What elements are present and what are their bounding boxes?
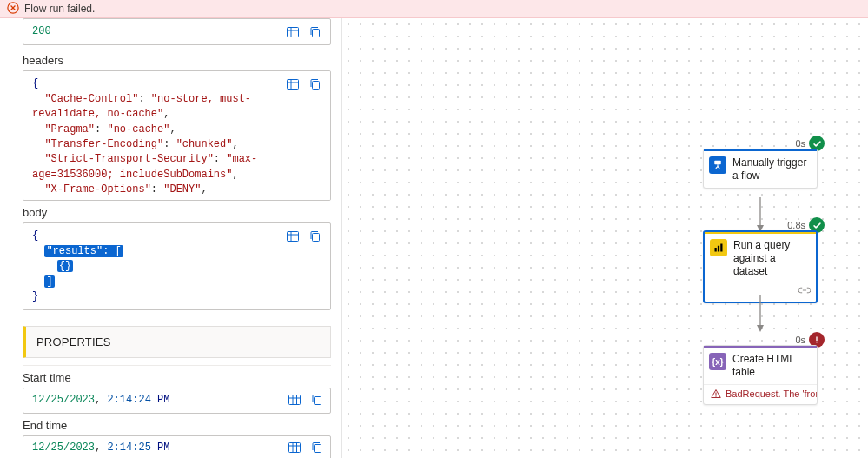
svg-rect-23 <box>289 443 301 453</box>
svg-rect-35 <box>715 248 717 252</box>
svg-rect-17 <box>313 234 320 242</box>
hdr-xfo: DENY <box>169 183 195 196</box>
connector-arrow-icon <box>753 197 767 234</box>
flow-step-query[interactable]: 0.8s Run a query against a dataset <box>703 230 818 303</box>
copy-icon[interactable] <box>308 229 323 244</box>
svg-rect-13 <box>288 232 299 242</box>
error-banner: Flow run failed. <box>0 0 868 18</box>
svg-rect-37 <box>720 244 722 252</box>
copy-icon[interactable] <box>308 76 323 92</box>
details-panel[interactable]: 200 headers <box>0 18 342 458</box>
end-time-box: 12/25/2023, 2:14:25 PM <box>23 435 331 458</box>
table-view-icon[interactable] <box>287 392 302 408</box>
flow-step-trigger[interactable]: 0s Manually trigger a flow <box>703 149 818 189</box>
flow-canvas[interactable]: 0s Manually trigger a flow <box>342 18 868 458</box>
svg-rect-7 <box>313 30 320 37</box>
svg-rect-8 <box>288 80 299 90</box>
properties-card: PROPERTIES <box>23 326 331 358</box>
trigger-icon <box>709 156 726 174</box>
powerbi-icon <box>710 239 727 256</box>
flow-step-createhtml[interactable]: 0s {x} Create HTML table BadRequest. The… <box>703 345 818 405</box>
hdr-transfer-encoding: chunked <box>182 138 226 150</box>
error-banner-text: Flow run failed. <box>24 3 95 15</box>
copy-icon[interactable] <box>308 24 323 40</box>
copy-icon[interactable] <box>309 440 325 455</box>
step1-title: Manually trigger a flow <box>732 156 810 183</box>
svg-rect-33 <box>714 161 721 165</box>
body-box[interactable]: { "results": [ {} ] } <box>23 222 331 310</box>
status-code-value: 200 <box>32 25 51 37</box>
svg-point-42 <box>715 395 716 396</box>
svg-rect-22 <box>315 397 321 405</box>
svg-rect-18 <box>289 395 301 405</box>
svg-rect-3 <box>288 28 299 37</box>
svg-point-40 <box>816 342 818 343</box>
properties-title: PROPERTIES <box>26 327 330 357</box>
table-view-icon[interactable] <box>285 229 301 244</box>
step3-error-text: BadRequest. The 'from' pro… <box>726 388 817 399</box>
error-circle-icon <box>7 2 19 17</box>
svg-rect-12 <box>313 82 320 90</box>
step2-title: Run a query against a dataset <box>733 239 809 278</box>
body-results-highlight: "results": [ <box>44 245 123 257</box>
start-time-label: Start time <box>23 371 331 384</box>
body-label: body <box>23 206 331 219</box>
step-error-row: BadRequest. The 'from' pro… <box>704 384 817 404</box>
connector-arrow-icon <box>753 295 767 334</box>
headers-box[interactable]: { "Cache-Control": "no-store, must-reval… <box>23 70 331 201</box>
variable-icon: {x} <box>709 353 726 370</box>
start-time-box: 12/25/2023, 2:14:24 PM <box>23 388 331 414</box>
svg-rect-27 <box>315 445 321 453</box>
hdr-pragma: no-cache <box>114 123 164 136</box>
table-view-icon[interactable] <box>285 24 301 40</box>
statuscode-box: 200 <box>23 18 331 45</box>
step3-title: Create HTML table <box>732 353 810 379</box>
copy-icon[interactable] <box>309 392 325 408</box>
headers-label: headers <box>23 54 331 67</box>
hdr-xcto: nosniff <box>214 199 257 202</box>
svg-rect-36 <box>718 246 719 252</box>
table-view-icon[interactable] <box>285 76 301 92</box>
table-view-icon[interactable] <box>287 440 302 455</box>
end-time-label: End time <box>23 419 331 432</box>
link-icon <box>798 285 811 298</box>
